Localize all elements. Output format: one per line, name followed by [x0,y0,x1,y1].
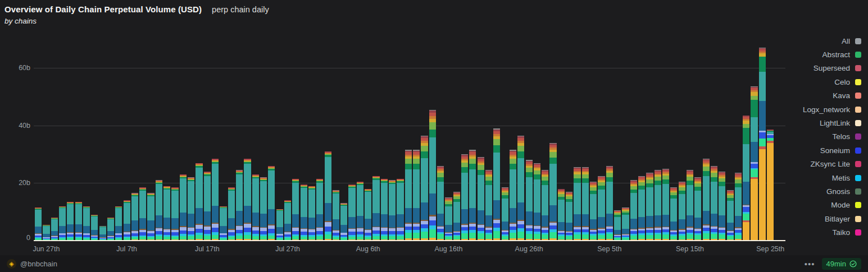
stacked-bar-day-45[interactable] [397,179,403,241]
legend-item-lightlink[interactable]: LightLink [803,116,861,130]
stacked-bar-day-79[interactable] [670,187,677,241]
stacked-bar-day-12[interactable] [131,193,138,241]
stacked-bar-day-4[interactable] [67,202,74,241]
stacked-bar-day-0[interactable] [35,208,42,241]
legend-item-kava[interactable]: Kava [803,89,861,103]
stacked-bar-day-30[interactable] [276,209,283,241]
stacked-bar-day-61[interactable] [526,160,533,241]
stacked-bar-day-72[interactable] [614,210,621,241]
legend-item-taiko[interactable]: Taiko [803,225,861,239]
stacked-bar-day-83[interactable] [703,159,710,241]
stacked-bar-day-64[interactable] [549,142,556,241]
stacked-bar-day-6[interactable] [83,206,90,241]
stacked-bar-day-53[interactable] [461,154,468,241]
stacked-bar-day-5[interactable] [75,202,82,241]
stacked-bar-day-22[interactable] [212,159,219,241]
stacked-bar-day-8[interactable] [99,226,106,241]
legend-item-bitlayer[interactable]: Bitlayer [803,212,861,225]
stacked-bar-day-88[interactable] [743,116,749,241]
stacked-bar-day-17[interactable] [171,187,178,241]
stacked-bar-day-57[interactable] [493,128,500,241]
stacked-bar-day-46[interactable] [405,150,412,241]
stacked-bar-day-67[interactable] [574,167,580,241]
stacked-bar-day-32[interactable] [292,179,299,241]
stacked-bar-day-62[interactable] [534,163,540,241]
stacked-bar-day-50[interactable] [437,166,444,241]
legend-item-celo[interactable]: Celo [803,75,861,89]
stacked-bar-day-59[interactable] [510,150,516,241]
stacked-bar-day-23[interactable] [220,206,226,241]
stacked-bar-day-82[interactable] [694,177,701,241]
stacked-bar-day-21[interactable] [204,172,211,241]
stacked-bar-day-38[interactable] [340,203,347,241]
stacked-bar-day-58[interactable] [502,187,508,241]
stacked-bar-day-63[interactable] [542,170,548,241]
stacked-bar-day-80[interactable] [679,182,685,241]
stacked-bar-day-36[interactable] [325,151,331,241]
stacked-bar-day-74[interactable] [630,180,637,241]
stacked-bar-day-35[interactable] [316,179,323,241]
stacked-bar-day-13[interactable] [139,187,146,241]
legend-item-abstract[interactable]: Abstract [803,48,861,61]
stacked-bar-day-90[interactable] [759,48,766,241]
stacked-bar-day-81[interactable] [687,170,693,241]
stacked-bar-day-84[interactable] [711,166,717,241]
stacked-bar-day-44[interactable] [389,180,396,241]
stacked-bar-day-91[interactable] [767,130,774,241]
stacked-bar-day-60[interactable] [517,136,524,241]
legend-item-gnosis[interactable]: Gnosis [803,185,861,198]
legend-item-metis[interactable]: Metis [803,171,861,185]
stacked-bar-day-54[interactable] [469,150,476,241]
stacked-bar-day-7[interactable] [91,215,98,241]
legend-item-superseed[interactable]: Superseed [803,62,861,75]
stacked-bar-day-34[interactable] [308,186,315,241]
stacked-bar-day-48[interactable] [421,136,428,241]
stacked-bar-day-77[interactable] [655,170,661,241]
stacked-bar-day-87[interactable] [735,173,742,241]
ellipsis-icon[interactable]: ••• [805,260,815,268]
stacked-bar-day-37[interactable] [333,190,339,241]
stacked-bar-day-19[interactable] [188,177,194,241]
stacked-bar-day-56[interactable] [485,170,492,241]
stacked-bar-day-68[interactable] [582,167,589,241]
stacked-bar-day-71[interactable] [606,166,613,241]
stacked-bar-day-70[interactable] [598,176,605,241]
stacked-bar-day-39[interactable] [348,185,355,241]
stacked-bar-day-78[interactable] [662,169,669,241]
stacked-bar-day-69[interactable] [590,182,597,241]
stacked-bar-day-2[interactable] [51,218,58,241]
stacked-bar-day-3[interactable] [59,206,66,241]
stacked-bar-day-16[interactable] [163,186,170,241]
stacked-bar-day-24[interactable] [228,187,235,241]
stacked-bar-day-25[interactable] [236,170,243,241]
stacked-bar-day-31[interactable] [284,200,291,241]
stacked-bar-day-85[interactable] [719,172,725,241]
stacked-bar-day-33[interactable] [301,185,307,241]
stacked-bar-day-1[interactable] [43,225,49,241]
stacked-bar-day-89[interactable] [751,86,757,241]
stacked-bar-day-49[interactable] [429,109,436,241]
legend-item-zksync-lite[interactable]: ZKsync Lite [803,158,861,171]
stacked-bar-day-29[interactable] [268,166,275,241]
legend-item-logx-network[interactable]: Logx_network [803,103,861,116]
stacked-bar-day-66[interactable] [566,192,572,241]
stacked-bar-day-41[interactable] [365,189,371,241]
stacked-bar-day-10[interactable] [115,206,122,241]
stacked-bar-day-40[interactable] [357,182,363,241]
stacked-bar-day-27[interactable] [252,174,259,241]
stacked-bar-day-28[interactable] [260,177,267,241]
legend-item-telos[interactable]: Telos [803,130,861,144]
stacked-bar-day-15[interactable] [156,180,162,241]
stacked-bar-day-42[interactable] [372,176,379,241]
legend-item-all[interactable]: All [803,34,861,48]
stacked-bar-day-26[interactable] [244,159,251,241]
stacked-bar-day-11[interactable] [124,200,130,241]
stacked-bar-day-20[interactable] [196,163,202,241]
stacked-bar-day-52[interactable] [453,192,460,241]
stacked-bar-day-14[interactable] [147,193,154,241]
stacked-bar-day-65[interactable] [558,189,565,241]
legend-item-mode[interactable]: Mode [803,199,861,212]
stacked-bar-day-47[interactable] [413,150,420,241]
stacked-bar-day-55[interactable] [478,157,484,241]
stacked-bar-day-86[interactable] [727,190,734,241]
